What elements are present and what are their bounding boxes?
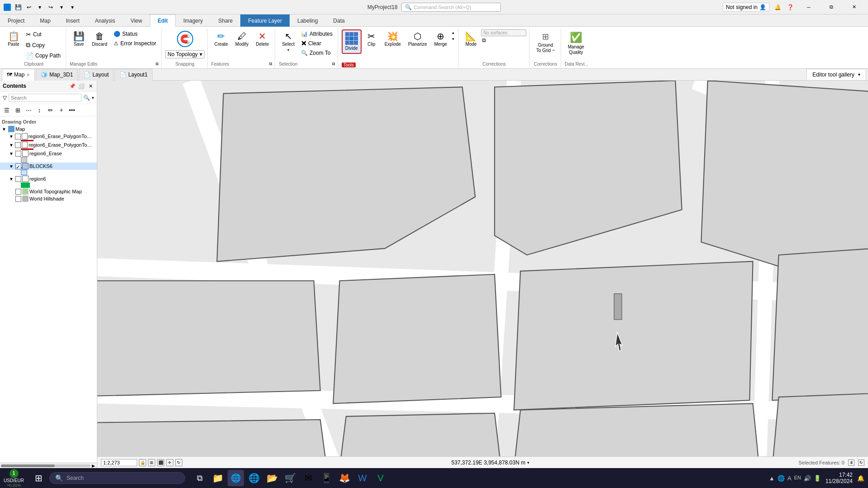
topology-dropdown[interactable]: No Topology ▾ <box>165 50 205 58</box>
clock[interactable]: 17:42 11/28/2024 <box>825 472 853 484</box>
pin-btn[interactable]: 📌 <box>69 82 76 90</box>
tab-analysis[interactable]: Analysis <box>87 14 123 27</box>
tree-item-region6-erase-polygon1[interactable]: ▼ region6_Erase_PolygonToCente1 <box>0 133 97 140</box>
help-btn[interactable]: ❓ <box>786 3 795 12</box>
discard-btn[interactable]: 🗑 Discard <box>89 29 110 49</box>
taskbar-app-firefox[interactable]: 🦊 <box>336 470 353 486</box>
modify-btn[interactable]: 🖊 Modify <box>232 29 252 49</box>
select-arrow[interactable]: ▾ <box>287 48 289 52</box>
input-method-icon[interactable]: A <box>787 475 792 482</box>
clear-btn[interactable]: 🗙 Clear <box>299 39 335 48</box>
cut-btn[interactable]: ✂ Cut <box>24 29 63 39</box>
pause-drawing-btn[interactable]: ⏸ <box>848 459 854 466</box>
clip-btn[interactable]: ✂ Clip <box>362 29 381 49</box>
tab-imagery[interactable]: Imagery <box>176 14 210 27</box>
stock-badge[interactable]: 1 USD/EUR +0.31% <box>4 469 24 488</box>
command-search-box[interactable]: 🔍 Command Search (Alt+Q) <box>401 3 501 12</box>
blocks6-check[interactable]: ✓ <box>15 163 21 169</box>
taskbar-app-word[interactable]: W <box>354 470 371 486</box>
refresh-btn[interactable]: ↻ <box>858 459 864 466</box>
manage-quality-btn[interactable]: ✅ ManageQuality <box>565 29 587 57</box>
taskbar-app-phone[interactable]: 📱 <box>318 470 334 486</box>
draw-order-btn[interactable]: ↕ <box>34 105 44 115</box>
tree-item-world-hillshade[interactable]: World Hillshade <box>0 195 97 202</box>
mode-btn[interactable]: 📐 Mode <box>462 29 480 49</box>
elevation-expand-btn[interactable]: ⧉ <box>481 37 487 43</box>
attributes-btn[interactable]: 📊 Attributes <box>299 29 335 38</box>
taskbar-app-files[interactable]: 📁 <box>210 470 226 486</box>
editor-tool-gallery[interactable]: Editor tool gallery ▾ <box>806 69 866 81</box>
tray-expand-btn[interactable]: ▲ <box>769 475 775 482</box>
map-expand[interactable]: ▼ <box>2 127 7 132</box>
world-hillshade-check[interactable] <box>15 196 21 202</box>
region6-erase-expand[interactable]: ▼ <box>9 151 14 156</box>
volume-icon[interactable]: 🔊 <box>804 475 811 482</box>
view-tab-map3d1[interactable]: 🧊 Map_3D1 <box>36 69 78 81</box>
more-options-btn[interactable]: ••• <box>67 105 77 115</box>
list-view-btn[interactable]: ☰ <box>2 105 12 115</box>
tab-insert[interactable]: Insert <box>58 14 87 27</box>
coord-dropdown[interactable]: ▾ <box>527 460 529 465</box>
contents-search-input[interactable] <box>9 94 81 102</box>
restore-btn[interactable]: ⧉ <box>821 0 842 14</box>
start-btn[interactable]: ⊞ <box>30 470 47 486</box>
undo-dropdown-btn[interactable]: ▾ <box>35 3 44 12</box>
crosshair-btn[interactable]: ✛ <box>166 459 173 466</box>
map-canvas[interactable]: 🔒 ⊞ ⬛ ✛ ↻ 537,372.19E 3,954,878.03N m ▾ … <box>97 81 868 468</box>
maximize-panel-btn[interactable]: ⬜ <box>78 82 85 90</box>
map-tab-close[interactable]: ✕ <box>26 72 30 77</box>
explode-btn[interactable]: 💥 Explode <box>382 29 404 49</box>
region6-erase-polygon-expand[interactable]: ▼ <box>9 143 14 148</box>
not-signed-in[interactable]: Not signed in 👤 <box>723 3 769 12</box>
contents-hscroll[interactable]: ▶ <box>0 463 97 468</box>
region6-expand[interactable]: ▼ <box>9 177 14 182</box>
region6-erase-polygon-check[interactable] <box>15 142 21 148</box>
tab-view[interactable]: View <box>123 14 150 27</box>
blocks6-expand[interactable]: ▼ <box>9 164 14 169</box>
planarize-btn[interactable]: ⬡ Planarize <box>405 29 430 49</box>
tab-map[interactable]: Map <box>32 14 58 27</box>
world-topo-check[interactable] <box>15 189 21 195</box>
taskbar-app-veeam[interactable]: V <box>372 470 389 486</box>
save-qa-btn[interactable]: 💾 <box>14 3 23 12</box>
language-icon[interactable]: EN <box>794 475 801 482</box>
contents-scrollbar-thumb[interactable] <box>1 464 55 467</box>
rotate-btn[interactable]: ↻ <box>175 459 182 466</box>
features-expand[interactable]: ⧉ <box>269 62 272 67</box>
status-btn[interactable]: 🔵 Status <box>111 29 158 38</box>
region6-check[interactable] <box>15 176 21 182</box>
ground-to-grid-btn[interactable]: ⊞ GroundTo Grid ~ <box>533 29 558 56</box>
selection-expand[interactable]: ⧉ <box>332 62 335 67</box>
taskbar-app-arcgis[interactable]: 🌐 <box>228 470 244 486</box>
tab-feature-layer[interactable]: Feature Layer <box>240 14 290 27</box>
task-view-btn[interactable]: ⧉ <box>191 470 208 486</box>
save-btn[interactable]: 💾 Save <box>70 29 88 49</box>
tree-item-blocks6[interactable]: ▼ ✓ BLOCKS6 <box>0 163 97 170</box>
undo-btn[interactable]: ↩ <box>24 3 33 12</box>
grid-btn[interactable]: ⊞ <box>148 459 155 466</box>
extent-btn[interactable]: ⬛ <box>157 459 164 466</box>
search-dropdown[interactable]: ▾ <box>92 96 94 100</box>
view-tab-layout1[interactable]: 📄 Layout1 <box>114 69 153 81</box>
scale-input[interactable] <box>101 459 137 466</box>
copy-path-btn[interactable]: 📄 Copy Path <box>24 51 63 61</box>
redo-btn[interactable]: ↪ <box>46 3 55 12</box>
taskbar-app-store[interactable]: 🛒 <box>282 470 298 486</box>
scroll-right-btn[interactable]: ▶ <box>91 463 96 469</box>
taskbar-app-explorer[interactable]: 📂 <box>264 470 280 486</box>
taskbar-app-mail[interactable]: ✉ <box>300 470 316 486</box>
tab-project[interactable]: Project <box>0 14 32 27</box>
catalog-view-btn[interactable]: ⊞ <box>13 105 23 115</box>
snapping-btn[interactable]: 🧲 <box>174 29 196 48</box>
tree-item-region6-erase[interactable]: ▼ region6_Erase <box>0 150 97 157</box>
options-btn[interactable]: ⋯ <box>24 105 33 115</box>
paste-btn[interactable]: 📋 Paste <box>5 29 23 49</box>
copy-btn[interactable]: ⧉ Copy <box>24 40 63 50</box>
notification-center-btn[interactable]: 🔔 <box>857 475 864 482</box>
taskbar-app-edge[interactable]: 🌐 <box>246 470 262 486</box>
redo-dropdown-btn[interactable]: ▾ <box>57 3 66 12</box>
error-inspector-btn[interactable]: ⚠ Error Inspector <box>111 39 158 48</box>
merge-btn[interactable]: ⊕ Merge <box>431 29 450 49</box>
network-icon[interactable]: 🌐 <box>777 475 785 482</box>
zoom-to-btn[interactable]: 🔍 Zoom To <box>299 48 335 57</box>
